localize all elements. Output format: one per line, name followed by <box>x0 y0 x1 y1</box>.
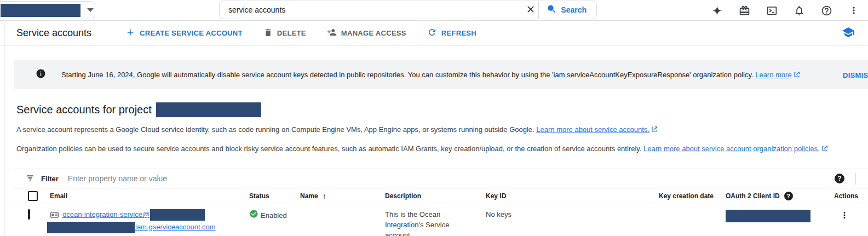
oauth-header-label: OAuth 2 Client ID <box>726 192 780 200</box>
column-header-actions: Actions <box>834 192 868 200</box>
external-link-icon <box>651 126 658 134</box>
banner-learn-more-link[interactable]: Learn more <box>755 71 791 79</box>
email-cell: ocean-integration-service@ iam.gservicea… <box>50 209 249 233</box>
row-actions-button[interactable] <box>836 209 853 223</box>
select-all-checkbox[interactable] <box>28 191 38 201</box>
org-policy-text: Organization policies can be used to sec… <box>16 145 641 153</box>
dismiss-button[interactable]: DISMISS <box>843 71 868 79</box>
filter-label: Filter <box>41 175 59 183</box>
help-button[interactable] <box>819 3 835 19</box>
column-header-oauth-client-id[interactable]: OAuth 2 Client ID ? <box>726 192 834 200</box>
filter-actions: ? <box>832 171 856 186</box>
column-header-description[interactable]: Description <box>385 192 486 200</box>
trash-icon <box>263 28 273 39</box>
question-circle-icon: ? <box>784 192 793 200</box>
key-id-cell: No keys <box>486 209 659 220</box>
service-account-email-link[interactable]: iam.gserviceaccount.com <box>135 223 216 231</box>
free-trial-button[interactable] <box>737 3 752 19</box>
sort-ascending-icon: ↑ <box>323 192 326 200</box>
refresh-button[interactable]: REFRESH <box>427 27 476 39</box>
more-vertical-icon <box>848 5 859 16</box>
banner-text: Starting June 16, 2024, Google will auto… <box>61 71 800 79</box>
service-account-email-link[interactable]: ocean-integration-service@ <box>62 210 150 218</box>
org-policies-learn-more-link[interactable]: Learn more about service account organiz… <box>643 145 820 153</box>
topbar-actions <box>709 0 861 21</box>
search-input[interactable] <box>220 5 523 14</box>
filter-button[interactable]: Filter <box>25 173 59 185</box>
sparkle-icon <box>711 5 723 16</box>
help-icon <box>821 5 832 16</box>
person-add-icon <box>327 27 337 39</box>
redacted-project-name <box>1 4 81 17</box>
manage-access-button[interactable]: MANAGE ACCESS <box>327 27 406 39</box>
refresh-label: REFRESH <box>441 29 476 37</box>
column-header-name[interactable]: Name ↑ <box>300 192 385 200</box>
search-bar: Search <box>219 1 597 19</box>
bell-icon <box>794 5 805 16</box>
close-icon <box>525 4 536 16</box>
intro-paragraph: A service account represents a Google Cl… <box>16 125 868 134</box>
gemini-button[interactable] <box>709 3 725 19</box>
info-icon <box>36 68 46 81</box>
cloud-shell-button[interactable] <box>764 3 780 19</box>
delete-button[interactable]: DELETE <box>263 28 306 39</box>
chevron-down-icon <box>87 8 94 12</box>
info-banner: Starting June 16, 2024, Google will auto… <box>14 60 868 89</box>
status-text: Enabled <box>261 210 287 221</box>
more-vertical-icon <box>840 214 849 222</box>
filter-input[interactable] <box>59 174 832 183</box>
section-heading: Service accounts for project <box>16 103 152 116</box>
service-account-badge-icon <box>50 210 59 222</box>
section-heading-row: Service accounts for project <box>16 102 868 117</box>
description-cell: This is the Ocean Integration's Service … <box>385 209 457 236</box>
redacted-project-id <box>156 102 261 117</box>
check-circle-icon <box>249 209 258 221</box>
dismiss-clip: DISMISS <box>843 70 868 80</box>
search-button[interactable]: Search <box>538 1 596 19</box>
name-header-label: Name <box>300 192 318 200</box>
project-selector[interactable] <box>0 1 95 19</box>
redacted-email-part <box>150 209 205 221</box>
terminal-icon <box>766 5 778 16</box>
more-options-button[interactable] <box>846 3 861 18</box>
question-circle-icon: ? <box>835 174 844 183</box>
search-icon <box>547 4 557 16</box>
topbar: Search <box>0 0 868 21</box>
delete-label: DELETE <box>277 29 306 37</box>
redacted-email-part <box>47 222 135 233</box>
filter-icon <box>25 173 35 185</box>
column-header-status[interactable]: Status <box>249 192 300 200</box>
column-header-key-creation-date[interactable]: Key creation date <box>659 192 726 200</box>
service-accounts-table: Email Status Name ↑ Description Key ID K… <box>14 188 868 236</box>
email-link-block: ocean-integration-service@ iam.gservicea… <box>62 209 216 233</box>
content-left-edge <box>4 21 5 236</box>
external-link-icon <box>794 71 800 79</box>
oauth-client-id-cell <box>726 209 834 225</box>
page-title: Service accounts <box>16 27 91 39</box>
org-policy-paragraph: Organization policies can be used to sec… <box>16 145 868 153</box>
table-row: ocean-integration-service@ iam.gservicea… <box>14 204 868 236</box>
notifications-button[interactable] <box>791 3 807 19</box>
create-service-account-button[interactable]: CREATE SERVICE ACCOUNT <box>125 27 243 39</box>
graduation-cap-icon <box>842 26 855 41</box>
plus-icon <box>125 27 135 39</box>
table-header-row: Email Status Name ↑ Description Key ID K… <box>14 188 868 204</box>
divider <box>855 172 856 185</box>
gift-icon <box>739 5 750 16</box>
manage-access-label: MANAGE ACCESS <box>341 29 406 37</box>
status-cell: Enabled <box>249 209 300 221</box>
external-link-icon <box>821 145 828 153</box>
service-accounts-learn-more-link[interactable]: Learn more about service accounts. <box>536 125 649 134</box>
refresh-icon <box>427 27 437 39</box>
filter-help-button[interactable]: ? <box>832 171 847 186</box>
clear-search-button[interactable] <box>523 2 538 19</box>
banner-message: Starting June 16, 2024, Google will auto… <box>61 71 754 79</box>
intro-text: A service account represents a Google Cl… <box>16 125 534 134</box>
column-header-email[interactable]: Email <box>50 192 249 200</box>
redacted-oauth-client-id <box>726 210 810 222</box>
column-header-key-id[interactable]: Key ID <box>486 192 659 200</box>
page-toolbar: Service accounts CREATE SERVICE ACCOUNT … <box>0 21 868 46</box>
row-checkbox[interactable] <box>28 209 30 220</box>
create-service-account-label: CREATE SERVICE ACCOUNT <box>140 29 243 37</box>
learning-panel-button[interactable] <box>840 24 857 43</box>
